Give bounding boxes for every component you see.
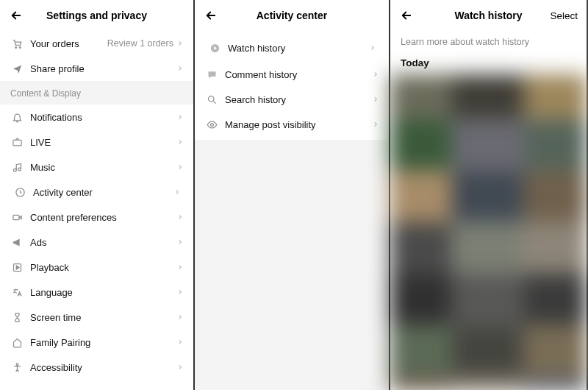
svg-rect-6	[12, 215, 18, 219]
row-live[interactable]: LIVE	[0, 130, 193, 155]
page-title: Settings and privacy	[0, 10, 193, 21]
hourglass-icon	[11, 311, 23, 323]
header-settings: Settings and privacy	[0, 0, 193, 31]
row-activity-center[interactable]: Activity center	[3, 180, 190, 205]
chevron-right-icon	[176, 263, 184, 271]
row-label: Search history	[225, 94, 372, 105]
row-label: Watch history	[228, 43, 369, 54]
megaphone-icon	[11, 236, 23, 248]
panel-activity-center: Activity center Watch history Comment hi…	[195, 0, 390, 390]
row-label: Playback	[30, 262, 176, 273]
eye-icon	[206, 118, 218, 130]
row-search-history[interactable]: Search history	[195, 87, 389, 112]
chevron-right-icon	[173, 188, 181, 196]
chevron-right-icon	[176, 163, 184, 171]
share-icon	[11, 63, 23, 74]
play-icon	[11, 261, 23, 273]
svg-rect-2	[12, 140, 21, 146]
row-manage-visibility[interactable]: Manage post visibility	[195, 112, 389, 137]
arrow-left-icon	[10, 9, 23, 22]
chevron-right-icon	[176, 213, 184, 221]
arrow-left-icon	[204, 9, 218, 22]
row-accessibility[interactable]: Accessibility	[0, 355, 193, 380]
chevron-right-icon	[372, 71, 379, 78]
row-label: Accessibility	[30, 362, 176, 373]
svg-point-8	[16, 363, 18, 365]
row-meta: Review 1 orders	[107, 38, 173, 49]
row-share-profile[interactable]: Share profile	[0, 56, 193, 81]
row-label: Comment history	[225, 69, 372, 80]
bell-icon	[11, 111, 23, 123]
chevron-right-icon	[176, 138, 184, 146]
chevron-right-icon	[176, 113, 184, 121]
row-label: LIVE	[30, 137, 176, 148]
back-button[interactable]	[9, 8, 24, 23]
cart-icon	[11, 38, 23, 49]
row-label: Content preferences	[30, 212, 176, 223]
row-label: Family Pairing	[30, 337, 176, 348]
section-label: Content & Display	[0, 81, 193, 104]
chevron-right-icon	[176, 338, 184, 346]
row-label: Screen time	[30, 312, 176, 323]
row-content-preferences[interactable]: Content preferences	[0, 205, 193, 230]
arrow-left-icon	[400, 9, 413, 22]
chevron-right-icon	[372, 121, 379, 128]
chevron-right-icon	[176, 40, 184, 47]
chevron-right-icon	[176, 238, 184, 246]
video-icon	[11, 211, 23, 223]
row-label: Ads	[30, 237, 176, 248]
history-grid-blurred	[390, 74, 587, 390]
back-button[interactable]	[399, 8, 414, 23]
chevron-right-icon	[372, 96, 379, 103]
row-label: Notifications	[30, 112, 176, 123]
chevron-right-icon	[176, 288, 184, 296]
music-icon	[11, 161, 23, 173]
row-label: Your orders	[30, 38, 107, 49]
row-label: Manage post visibility	[225, 119, 372, 130]
row-playback[interactable]: Playback	[0, 255, 193, 280]
select-button[interactable]: Select	[550, 10, 578, 21]
row-family-pairing[interactable]: Family Pairing	[0, 330, 193, 355]
chevron-right-icon	[369, 44, 376, 52]
page-title: Activity center	[195, 10, 389, 21]
row-watch-history[interactable]: Watch history	[198, 35, 386, 60]
chevron-right-icon	[176, 313, 184, 321]
header-activity: Activity center	[195, 0, 389, 31]
row-label: Language	[30, 287, 176, 298]
learn-more-link[interactable]: Learn more about watch history	[390, 31, 587, 53]
row-your-orders[interactable]: Your orders Review 1 orders	[0, 31, 193, 56]
panel-watch-history: Watch history Select Learn more about wa…	[390, 0, 587, 390]
today-label: Today	[390, 53, 587, 74]
language-icon	[11, 286, 23, 298]
live-icon	[11, 136, 23, 148]
panel-settings: Settings and privacy Your orders Review …	[0, 0, 195, 390]
row-comment-history[interactable]: Comment history	[195, 62, 389, 87]
row-label: Activity center	[33, 187, 173, 198]
svg-point-1	[19, 46, 21, 48]
svg-point-10	[208, 96, 214, 102]
play-circle-icon	[209, 42, 220, 54]
accessibility-icon	[11, 361, 23, 373]
chevron-right-icon	[176, 65, 184, 72]
row-music[interactable]: Music	[0, 155, 193, 180]
svg-point-11	[210, 123, 213, 126]
chevron-right-icon	[176, 364, 184, 371]
clock-icon	[14, 186, 26, 198]
row-notifications[interactable]: Notifications	[0, 104, 193, 130]
comment-icon	[206, 68, 218, 80]
header-watch: Watch history Select	[390, 0, 587, 31]
row-screen-time[interactable]: Screen time	[0, 305, 193, 330]
row-label: Share profile	[30, 63, 176, 74]
svg-point-0	[15, 46, 16, 48]
row-label: Music	[30, 162, 176, 173]
row-language[interactable]: Language	[0, 280, 193, 305]
row-ads[interactable]: Ads	[0, 230, 193, 255]
home-icon	[11, 336, 23, 348]
search-icon	[206, 93, 218, 105]
back-button[interactable]	[204, 8, 218, 23]
